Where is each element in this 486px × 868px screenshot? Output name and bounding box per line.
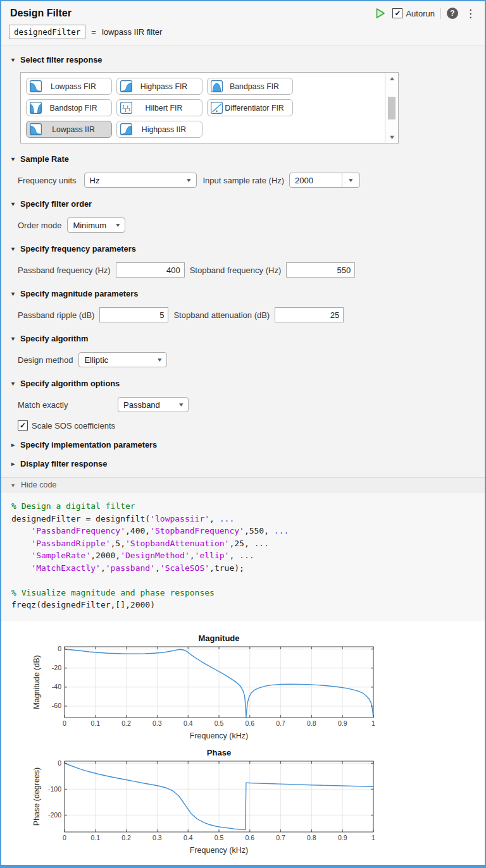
svg-text:0.2: 0.2 xyxy=(122,834,131,841)
filter-grid: Lowpass FIRHighpass FIRBandpass FIRBands… xyxy=(26,78,379,138)
section-magnitude-parameters[interactable]: ▾ Specify magnitude parameters xyxy=(11,289,475,298)
magnitude-parameters-row: Passband ripple (dB) Stopband attenuatio… xyxy=(18,307,475,323)
section-expanded-icon: ▾ xyxy=(11,335,17,342)
stopband-frequency-label: Stopband frequency (Hz) xyxy=(190,266,282,275)
sample-rate-row: Frequency units Hz ▼ Input sample rate (… xyxy=(18,172,475,188)
passband-frequency-label: Passband frequency (Hz) xyxy=(18,266,111,275)
match-exactly-dropdown[interactable]: Passband ▼ xyxy=(118,397,189,412)
code-line: % Visualize magnitude and phase response… xyxy=(11,587,485,599)
svg-text:0.1: 0.1 xyxy=(90,719,100,727)
design-method-row: Design method Elliptic ▼ xyxy=(18,351,475,368)
stopband-attenuation-input[interactable] xyxy=(275,307,344,322)
scale-sos-label: Scale SOS coefficients xyxy=(32,421,115,431)
combobox-dropdown-button[interactable]: ▼ xyxy=(342,173,359,187)
section-expanded-icon: ▾ xyxy=(11,482,17,489)
order-mode-label: Order mode xyxy=(18,221,61,230)
svg-text:0.6: 0.6 xyxy=(245,834,254,841)
section-algorithm-options[interactable]: ▾ Specify algorithm options xyxy=(11,379,475,388)
filter-option-highpass-fir[interactable]: Highpass FIR xyxy=(116,78,202,95)
chevron-down-icon: ▼ xyxy=(178,401,185,408)
gallery-scrollbar[interactable]: ▲ ▼ xyxy=(385,73,398,143)
section-expanded-icon: ▾ xyxy=(11,56,17,63)
scale-sos-checkbox[interactable]: ✓ xyxy=(18,420,28,431)
code-line: designedFilter = designfilt('lowpassiir'… xyxy=(11,513,485,525)
svg-text:0: 0 xyxy=(63,719,66,727)
section-display-filter-response[interactable]: ▸ Display filter response xyxy=(11,459,475,468)
autorun-control[interactable]: ✓ Autorun xyxy=(392,8,435,18)
svg-text:0.4: 0.4 xyxy=(184,834,193,841)
stopband-frequency-input[interactable] xyxy=(286,262,355,278)
code-line: 'MatchExactly','passband','ScaleSOS',tru… xyxy=(11,562,485,575)
section-filter-order[interactable]: ▾ Specify filter order xyxy=(11,199,475,209)
differentiator-fir-icon xyxy=(211,102,223,114)
svg-text:0.7: 0.7 xyxy=(276,834,285,841)
svg-text:0.5: 0.5 xyxy=(215,834,224,841)
scroll-down-icon[interactable]: ▼ xyxy=(388,134,396,140)
svg-text:0: 0 xyxy=(58,759,61,766)
svg-text:-40: -40 xyxy=(52,683,61,690)
order-mode-dropdown[interactable]: Minimum ▼ xyxy=(67,217,125,233)
section-title: Display filter response xyxy=(20,459,107,468)
frequency-units-label: Frequency units xyxy=(18,176,77,185)
section-implementation-parameters[interactable]: ▸ Specify implementation parameters xyxy=(11,440,475,449)
filter-option-bandstop-fir[interactable]: Bandstop FIR xyxy=(26,99,112,116)
design-method-dropdown[interactable]: Elliptic ▼ xyxy=(78,352,167,367)
filter-option-bandpass-fir[interactable]: Bandpass FIR xyxy=(207,78,293,95)
input-sample-rate-combobox[interactable]: 2000 ▼ xyxy=(289,173,360,188)
hide-code-toggle[interactable]: ▾ Hide code xyxy=(1,477,485,492)
dropdown-value: Elliptic xyxy=(84,355,108,365)
svg-text:-20: -20 xyxy=(52,664,61,671)
input-sample-rate-label: Input sample rate (Hz) xyxy=(203,176,285,185)
filter-option-differentiator-fir[interactable]: Differentiator FIR xyxy=(207,99,293,116)
output-variable-box[interactable]: designedFilter xyxy=(9,25,85,39)
section-expanded-icon: ▾ xyxy=(11,200,17,207)
filter-option-hilbert-fir[interactable]: Hilbert FIR xyxy=(116,99,202,116)
bandpass-fir-icon xyxy=(211,80,223,92)
filter-response-gallery: Lowpass FIRHighpass FIRBandpass FIRBands… xyxy=(20,72,399,144)
run-button[interactable] xyxy=(374,7,387,20)
section-title: Specify algorithm options xyxy=(20,379,120,388)
section-title: Specify implementation parameters xyxy=(20,440,157,449)
code-line: 'SampleRate',2000,'DesignMethod','ellip'… xyxy=(11,549,485,562)
filter-option-lowpass-fir[interactable]: Lowpass FIR xyxy=(26,78,112,95)
equals-sign: = xyxy=(91,27,96,37)
combobox-value[interactable]: 2000 xyxy=(290,173,342,187)
passband-ripple-input[interactable] xyxy=(99,307,168,322)
section-algorithm[interactable]: ▾ Specify algorithm xyxy=(11,334,475,343)
svg-text:0.6: 0.6 xyxy=(245,719,254,727)
svg-text:-200: -200 xyxy=(48,810,61,818)
svg-text:0.3: 0.3 xyxy=(153,719,162,727)
section-select-filter-response[interactable]: ▾ Select filter response xyxy=(11,55,475,64)
section-frequency-parameters[interactable]: ▾ Specify frequency parameters xyxy=(11,244,475,254)
section-expanded-icon: ▾ xyxy=(11,380,17,387)
scrollbar-thumb[interactable] xyxy=(388,97,396,119)
section-collapsed-icon: ▸ xyxy=(11,441,17,448)
svg-text:Frequency (kHz): Frequency (kHz) xyxy=(190,731,248,740)
svg-text:0.9: 0.9 xyxy=(338,719,347,727)
chevron-down-icon: ▼ xyxy=(347,177,354,183)
filter-option-highpass-iir[interactable]: Highpass IIR xyxy=(116,121,202,138)
bandstop-fir-icon xyxy=(30,102,42,114)
help-button[interactable]: ? xyxy=(447,8,458,19)
frequency-units-dropdown[interactable]: Hz ▼ xyxy=(84,173,197,188)
section-title: Sample Rate xyxy=(20,154,69,164)
code-line: 'PassbandFrequency',400,'StopbandFrequen… xyxy=(11,525,485,537)
more-options-button[interactable]: ⋮ xyxy=(464,8,477,19)
scroll-up-icon[interactable]: ▲ xyxy=(388,75,396,82)
filter-option-lowpass-iir[interactable]: Lowpass IIR xyxy=(26,121,112,138)
task-form: ▾ Select filter response Lowpass FIRHigh… xyxy=(1,46,485,477)
svg-text:0: 0 xyxy=(63,834,66,841)
autorun-checkbox[interactable]: ✓ xyxy=(392,8,402,18)
section-expanded-icon: ▾ xyxy=(11,290,17,297)
passband-frequency-input[interactable] xyxy=(116,262,185,278)
lowpass-fir-icon xyxy=(30,80,42,92)
code-line: % Design a digital filter xyxy=(11,500,485,513)
section-collapsed-icon: ▸ xyxy=(11,460,17,467)
highpass-fir-icon xyxy=(120,80,132,92)
svg-text:0.1: 0.1 xyxy=(90,834,100,841)
svg-text:Magnitude (dB): Magnitude (dB) xyxy=(32,655,41,709)
check-icon: ✓ xyxy=(20,422,26,429)
section-sample-rate[interactable]: ▾ Sample Rate xyxy=(11,154,475,164)
page-title: Design Filter xyxy=(10,8,72,19)
svg-text:0.8: 0.8 xyxy=(307,834,316,841)
